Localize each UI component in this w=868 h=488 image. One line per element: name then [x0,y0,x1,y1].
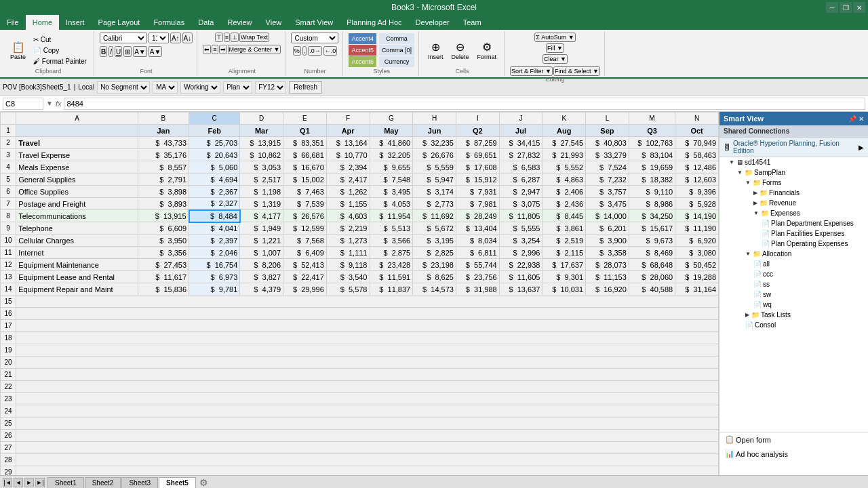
cell-empty-21[interactable] [16,369,719,381]
tab-sheet5[interactable]: Sheet5 [159,477,196,488]
cell-empty-20[interactable] [16,357,719,369]
cell-c11[interactable]: $ 2,046 [189,247,240,259]
cell-i4[interactable]: $ 17,608 [456,161,499,174]
cell-d14[interactable]: $ 4,379 [240,283,283,296]
cell-j6[interactable]: $ 2,947 [499,186,542,198]
cell-g3[interactable]: $ 32,205 [370,149,413,161]
cell-b6[interactable]: $ 3,898 [138,186,189,198]
cell-d5[interactable]: $ 2,517 [240,174,283,186]
cell-d3[interactable]: $ 10,862 [240,149,283,161]
cell-i1[interactable]: Q2 [456,125,499,137]
pov-working-select[interactable]: Working [180,81,220,94]
cell-b10[interactable]: $ 3,950 [138,235,189,247]
decrease-font-button[interactable]: A↓ [182,33,193,43]
cell-k10[interactable]: $ 2,519 [542,235,586,247]
col-header-i[interactable]: I [456,113,499,125]
decrease-decimal-button[interactable]: ←.0 [323,46,338,56]
col-header-a[interactable]: A [16,113,138,125]
pov-ma-select[interactable]: MA [153,81,178,94]
bold-button[interactable]: B [100,46,107,57]
cell-j13[interactable]: $ 11,605 [499,271,542,283]
cell-e3[interactable]: $ 66,681 [283,149,327,161]
cell-n8[interactable]: $ 14,190 [675,210,719,222]
cell-e11[interactable]: $ 6,409 [283,247,327,259]
col-header-e[interactable]: E [283,113,327,125]
cell-i6[interactable]: $ 7,931 [456,186,499,198]
tree-item-consol[interactable]: 📄 Consol [719,320,868,330]
cell-m6[interactable]: $ 9,110 [629,186,675,198]
cell-f10[interactable]: $ 1,273 [326,235,370,247]
cell-d13[interactable]: $ 3,827 [240,271,283,283]
cell-empty-29[interactable] [16,466,719,476]
cell-i3[interactable]: $ 69,651 [456,149,499,161]
tab-view[interactable]: View [259,15,289,30]
cell-i5[interactable]: $ 15,912 [456,174,499,186]
cell-a5[interactable]: General Supplies [16,174,138,186]
cell-f1[interactable]: Apr [326,125,370,137]
cell-i13[interactable]: $ 23,756 [456,271,499,283]
minimize-button[interactable]: ─ [826,2,838,13]
cell-f5[interactable]: $ 2,417 [326,174,370,186]
cell-b1[interactable]: Jan [138,125,189,137]
cell-h12[interactable]: $ 23,198 [413,259,456,271]
tab-sheet1[interactable]: Sheet1 [47,477,84,488]
format-painter-button[interactable]: 🖌 Format Painter [31,56,90,66]
cell-a9[interactable]: Telephone [16,222,138,235]
cell-e14[interactable]: $ 29,996 [283,283,327,296]
cell-m11[interactable]: $ 8,469 [629,247,675,259]
cell-l1[interactable]: Sep [586,125,629,137]
cell-g13[interactable]: $ 11,591 [370,271,413,283]
cell-k1[interactable]: Aug [542,125,586,137]
cell-k14[interactable]: $ 10,031 [542,283,586,296]
sv-pin-button[interactable]: 📌 [848,115,856,123]
align-bottom-button[interactable]: ⊥ [231,33,239,42]
cell-reference-input[interactable] [3,98,43,110]
tree-item-sw[interactable]: 📄 sw [719,289,868,300]
cell-f8[interactable]: $ 4,603 [326,210,370,222]
tree-item-task-lists[interactable]: ▶ 📁 Task Lists [719,310,868,320]
font-color-button[interactable]: A▼ [149,46,163,57]
tab-sheet3[interactable]: Sheet3 [121,477,158,488]
formula-input[interactable]: 8484 [64,98,865,110]
cell-g11[interactable]: $ 2,875 [370,247,413,259]
first-sheet-button[interactable]: |◄ [3,478,12,487]
cell-h11[interactable]: $ 2,825 [413,247,456,259]
col-header-h[interactable]: H [413,113,456,125]
insert-cells-button[interactable]: ⊕Insert [425,39,447,62]
cell-c4[interactable]: $ 5,060 [189,161,240,174]
cell-l11[interactable]: $ 3,358 [586,247,629,259]
col-header-k[interactable]: K [542,113,586,125]
tree-item-plan-dept-expenses[interactable]: 📄 Plan Department Expenses [719,218,868,228]
tab-planning-ad-hoc[interactable]: Planning Ad Hoc [340,15,408,30]
cell-k6[interactable]: $ 2,406 [542,186,586,198]
cell-h7[interactable]: $ 2,773 [413,198,456,210]
cell-m1[interactable]: Q3 [629,125,675,137]
cell-g8[interactable]: $ 11,954 [370,210,413,222]
cell-c7[interactable]: $ 2,327 [189,198,240,210]
cell-e8[interactable]: $ 26,576 [283,210,327,222]
cell-c1[interactable]: Feb [189,125,240,137]
cell-k13[interactable]: $ 9,301 [542,271,586,283]
cell-k8[interactable]: $ 8,445 [542,210,586,222]
align-right-button[interactable]: ➡ [219,45,227,54]
autosum-button[interactable]: Σ AutoSum ▼ [534,33,576,42]
cell-c5[interactable]: $ 4,694 [189,174,240,186]
pov-refresh-button[interactable]: Refresh [289,81,322,94]
tab-team[interactable]: Team [456,15,488,30]
tree-item-expenses[interactable]: ▼ 📁 Expenses [719,208,868,218]
cell-l8[interactable]: $ 14,000 [586,210,629,222]
cell-j1[interactable]: Jul [499,125,542,137]
cell-d7[interactable]: $ 1,319 [240,198,283,210]
tab-home[interactable]: Home [26,15,59,30]
increase-font-button[interactable]: A↑ [170,33,181,43]
align-middle-button[interactable]: ≡ [224,33,230,42]
cell-b12[interactable]: $ 27,453 [138,259,189,271]
cell-m7[interactable]: $ 8,986 [629,198,675,210]
tree-item-ss[interactable]: 📄 ss [719,279,868,289]
cell-c12[interactable]: $ 16,754 [189,259,240,271]
cell-c6[interactable]: $ 2,367 [189,186,240,198]
cell-e12[interactable]: $ 52,413 [283,259,327,271]
cell-j4[interactable]: $ 6,583 [499,161,542,174]
cell-m13[interactable]: $ 28,060 [629,271,675,283]
tree-item-sampplan[interactable]: ▼ 📁 SampPlan [719,167,868,178]
